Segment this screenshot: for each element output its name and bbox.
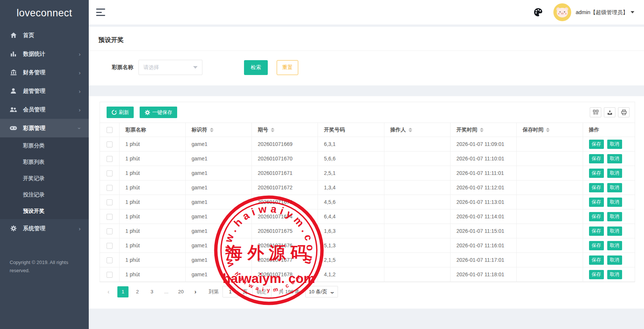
main-area: admin【超级管理员】 预设开奖 彩票名称 请选择 检索 重置 <box>89 0 644 329</box>
sidebar-toggle-icon[interactable] <box>96 9 106 16</box>
checkbox-cell <box>100 224 119 238</box>
save-row-button[interactable]: 保存 <box>589 227 604 236</box>
save-row-button[interactable]: 保存 <box>589 183 604 192</box>
row-checkbox[interactable] <box>107 156 113 162</box>
table-cell: 202601071675 <box>252 224 318 238</box>
table-cell <box>517 195 583 209</box>
column-header: 开奖时间 <box>450 123 516 137</box>
save-row-button[interactable]: 保存 <box>589 270 604 279</box>
save-row-button[interactable]: 保存 <box>589 169 604 178</box>
checkbox-cell <box>100 195 119 209</box>
sidebar-subitem-lottery-list[interactable]: 彩票列表 <box>0 154 89 170</box>
save-row-button[interactable]: 保存 <box>589 241 604 250</box>
sort-icon[interactable] <box>210 128 214 132</box>
sidebar-subitem-draw-records[interactable]: 开奖记录 <box>0 170 89 186</box>
save-row-button[interactable]: 保存 <box>589 140 604 149</box>
sidebar-item-system[interactable]: 系统管理› <box>0 219 89 238</box>
sidebar-subitem-lottery-category[interactable]: 彩票分类 <box>0 137 89 154</box>
sidebar-item-members[interactable]: 会员管理› <box>0 100 89 119</box>
next-page-button[interactable]: › <box>190 286 201 297</box>
cancel-row-button[interactable]: 取消 <box>607 198 622 207</box>
table-cell: 202601071677 <box>252 253 318 267</box>
sidebar-item-stats[interactable]: 数据统计› <box>0 45 89 63</box>
save-row-button[interactable]: 保存 <box>589 198 604 207</box>
sort-icon[interactable] <box>271 128 274 132</box>
page-button-2[interactable]: 2 <box>132 286 143 297</box>
sidebar-subitem-preset-draw[interactable]: 预设开奖 <box>0 203 89 219</box>
page-button-1[interactable]: 1 <box>117 286 129 297</box>
save-row-button[interactable]: 保存 <box>589 255 604 265</box>
sort-icon[interactable] <box>546 128 550 132</box>
checkbox-cell <box>100 180 119 195</box>
save-row-button[interactable]: 保存 <box>589 154 604 163</box>
table-cell: 202601071670 <box>252 152 318 166</box>
sidebar-item-home[interactable]: 首页 <box>0 26 89 45</box>
refresh-button[interactable]: 刷新 <box>107 107 134 118</box>
pagination: ‹ 123...20 › 到第 页 确定 共 196 条 10 条/页 ⌄ <box>100 286 635 297</box>
row-checkbox[interactable] <box>107 257 113 263</box>
goto-page-input[interactable] <box>222 286 238 297</box>
filter-columns-button[interactable] <box>590 107 601 117</box>
users-icon <box>10 106 17 113</box>
row-checkbox[interactable] <box>107 185 113 191</box>
row-checkbox[interactable] <box>107 243 113 249</box>
table-cell: game1 <box>185 209 251 224</box>
goto-confirm-button[interactable]: 确定 <box>252 286 271 297</box>
table-cell: 1 phút <box>119 152 185 166</box>
per-page-select[interactable]: 10 条/页 ⌄ <box>305 286 338 297</box>
table-toolbar: 刷新 一键保存 <box>100 102 635 123</box>
checkbox-cell <box>100 238 119 253</box>
lottery-name-select[interactable]: 请选择 <box>139 60 202 75</box>
row-checkbox[interactable] <box>107 228 113 234</box>
actions-cell: 保存取消 <box>583 152 635 166</box>
save-all-button[interactable]: 一键保存 <box>140 107 177 118</box>
sort-icon[interactable] <box>409 128 412 132</box>
page-button-3[interactable]: 3 <box>146 286 157 297</box>
theme-palette-icon[interactable] <box>533 7 543 17</box>
table-cell: game1 <box>185 267 251 282</box>
reset-button[interactable]: 重置 <box>277 60 298 75</box>
sort-icon[interactable] <box>480 128 484 132</box>
prev-page-button[interactable]: ‹ <box>103 286 114 297</box>
cancel-row-button[interactable]: 取消 <box>607 255 622 265</box>
checkbox-cell <box>100 152 119 166</box>
user-avatar[interactable] <box>553 3 571 21</box>
cancel-row-button[interactable]: 取消 <box>607 183 622 192</box>
print-button[interactable] <box>618 107 630 117</box>
filter-columns-icon <box>593 110 599 115</box>
row-checkbox[interactable] <box>107 272 113 278</box>
table-cell: 2,1,5 <box>318 253 384 267</box>
row-checkbox[interactable] <box>107 199 113 205</box>
cancel-row-button[interactable]: 取消 <box>607 154 622 163</box>
sidebar-item-lottery[interactable]: 彩票管理› <box>0 119 89 137</box>
cancel-row-button[interactable]: 取消 <box>607 241 622 250</box>
copyright-text: Copyright © 2019. All rights reserved. <box>0 258 89 275</box>
row-checkbox[interactable] <box>107 141 113 147</box>
page-button-20[interactable]: 20 <box>175 286 186 297</box>
sidebar-subitem-bet-records[interactable]: 投注记录 <box>0 186 89 203</box>
sidebar-item-admins[interactable]: 超管管理› <box>0 82 89 100</box>
column-header: 操作 <box>583 123 635 137</box>
user-menu-caret-icon[interactable] <box>631 11 634 13</box>
select-all-checkbox[interactable] <box>107 127 113 133</box>
export-button[interactable] <box>604 107 615 117</box>
per-page-caret-icon: ⌄ <box>329 289 335 294</box>
row-checkbox[interactable] <box>107 214 113 220</box>
cancel-row-button[interactable]: 取消 <box>607 140 622 149</box>
column-header: 期号 <box>252 123 318 137</box>
table-cell: 202601071671 <box>252 166 318 180</box>
cancel-row-button[interactable]: 取消 <box>607 169 622 178</box>
cancel-row-button[interactable]: 取消 <box>607 227 622 236</box>
cancel-row-button[interactable]: 取消 <box>607 212 622 221</box>
cancel-row-button[interactable]: 取消 <box>607 270 622 279</box>
topbar: admin【超级管理员】 <box>89 0 644 25</box>
sidebar-item-finance[interactable]: 财务管理› <box>0 63 89 82</box>
table-cell: 2026-01-07 11:12:01 <box>450 180 516 195</box>
checkbox-cell <box>100 137 119 152</box>
actions-cell: 保存取消 <box>583 166 635 180</box>
save-row-button[interactable]: 保存 <box>589 212 604 221</box>
table-cell <box>517 238 583 253</box>
current-user-label[interactable]: admin【超级管理员】 <box>576 9 628 16</box>
search-button[interactable]: 检索 <box>244 60 268 75</box>
row-checkbox[interactable] <box>107 170 113 176</box>
